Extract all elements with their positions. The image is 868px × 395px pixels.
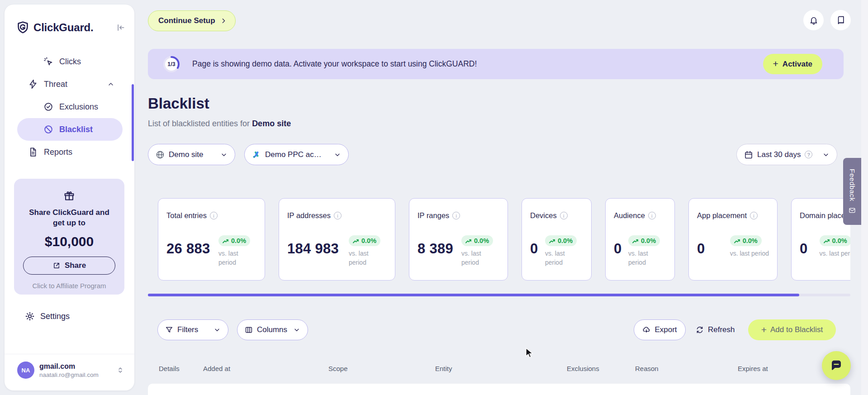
add-to-blacklist-button[interactable]: + Add to Blacklist bbox=[748, 319, 836, 340]
column-header-added-at: Added at bbox=[203, 365, 230, 372]
refresh-label: Refresh bbox=[708, 325, 735, 334]
affiliate-link[interactable]: Click to Affiliate Program bbox=[22, 282, 116, 290]
chevron-down-icon bbox=[293, 326, 300, 333]
affiliate-promo-card: Share ClickGuard and get up to $10,000 S… bbox=[14, 179, 124, 295]
collapse-left-icon bbox=[116, 23, 125, 32]
globe-icon bbox=[156, 150, 165, 159]
knowledge-base-button[interactable] bbox=[830, 10, 851, 30]
account-switcher[interactable]: NA gmail.com naatali.ro@gmail.com bbox=[5, 354, 134, 379]
ban-icon bbox=[43, 124, 53, 134]
collapse-sidebar-button[interactable] bbox=[116, 23, 125, 32]
cursor-click-icon bbox=[43, 57, 53, 67]
stat-card-ip-addresses: IP addressesi 184 983 0.0% vs. last peri… bbox=[279, 198, 395, 281]
stat-value: 184 983 bbox=[287, 242, 339, 267]
trend-caption: vs. last period bbox=[349, 249, 387, 267]
stat-value: 0 bbox=[614, 242, 622, 267]
info-icon[interactable]: i bbox=[452, 212, 460, 219]
filters-button[interactable]: Filters bbox=[157, 319, 228, 340]
notifications-button[interactable] bbox=[803, 10, 824, 30]
trend-caption: vs. last period bbox=[218, 249, 256, 267]
promo-amount: $10,000 bbox=[22, 234, 116, 249]
stat-label: Audience bbox=[614, 211, 645, 220]
stats-scrollbar-thumb[interactable] bbox=[148, 294, 799, 296]
stat-value: 0 bbox=[800, 242, 808, 258]
sidebar-item-exclusions[interactable]: Exclusions bbox=[17, 95, 123, 118]
column-header-entity: Entity bbox=[435, 365, 452, 372]
trend-caption: vs. last period bbox=[628, 249, 666, 267]
filters-label: Filters bbox=[177, 325, 198, 334]
trend-badge: 0.0% bbox=[730, 235, 762, 246]
avatar: NA bbox=[17, 362, 34, 379]
sidebar-item-label: Blacklist bbox=[59, 125, 93, 134]
info-icon[interactable]: i bbox=[210, 212, 218, 219]
setup-progress-ring: 1/3 bbox=[162, 55, 180, 73]
info-icon[interactable]: i bbox=[648, 212, 656, 219]
unfold-icon bbox=[116, 366, 124, 374]
column-header-expires-at: Expires at bbox=[738, 365, 768, 372]
stat-card-app-placement: App placementi 0 0.0% vs. last period bbox=[688, 198, 778, 281]
share-button[interactable]: Share bbox=[23, 257, 115, 275]
clickguard-logo-icon bbox=[16, 21, 29, 34]
stat-card-devices: Devicesi 0 0.0% vs. last period bbox=[522, 198, 592, 281]
export-label: Export bbox=[655, 325, 677, 334]
sidebar-item-blacklist[interactable]: Blacklist bbox=[17, 118, 123, 141]
table-row[interactable]: Sep 2, 2024 79.125.92.128 bbox=[148, 384, 850, 395]
feedback-label: Feedback bbox=[848, 169, 856, 201]
info-icon[interactable]: i bbox=[750, 212, 758, 219]
setup-progress-label: 1/3 bbox=[162, 55, 180, 73]
refresh-icon bbox=[696, 326, 704, 334]
sidebar-item-reports[interactable]: Reports bbox=[17, 141, 123, 163]
info-icon[interactable]: i bbox=[334, 212, 342, 219]
continue-setup-button[interactable]: Continue Setup bbox=[148, 10, 236, 31]
trend-badge: 0.0% bbox=[349, 235, 380, 246]
trend-value: 0.0% bbox=[558, 237, 573, 244]
trend-value: 0.0% bbox=[361, 237, 376, 244]
stat-label: App placement bbox=[697, 211, 747, 220]
share-button-label: Share bbox=[65, 261, 86, 270]
stat-label: Total entries bbox=[166, 211, 207, 220]
sidebar-item-threat[interactable]: Threat bbox=[17, 73, 123, 95]
account-name: gmail.com bbox=[39, 362, 99, 371]
stats-scrollbar-track[interactable] bbox=[148, 294, 850, 296]
stat-label: Devices bbox=[530, 211, 557, 220]
info-icon[interactable]: i bbox=[560, 212, 568, 219]
demo-data-banner: 1/3 Page is showing demo data. Activate … bbox=[148, 49, 844, 79]
trend-caption: vs. last period bbox=[730, 249, 769, 258]
sidebar-item-settings[interactable]: Settings bbox=[25, 311, 70, 321]
activate-button[interactable]: + Activate bbox=[763, 54, 822, 74]
logo[interactable]: ClickGuard. bbox=[16, 21, 125, 34]
activate-label: Activate bbox=[783, 60, 812, 69]
chat-widget-button[interactable] bbox=[822, 351, 851, 380]
sidebar-item-clicks[interactable]: Clicks bbox=[17, 50, 123, 73]
plus-icon: + bbox=[761, 325, 767, 334]
help-icon[interactable]: ? bbox=[805, 151, 812, 158]
browser-scrollbar[interactable] bbox=[861, 0, 868, 395]
feedback-tab[interactable]: Feedback bbox=[843, 158, 861, 225]
refresh-button[interactable]: Refresh bbox=[696, 319, 735, 340]
columns-button[interactable]: Columns bbox=[237, 319, 308, 340]
ppc-account-selector[interactable]: Demo PPC ac… bbox=[244, 144, 349, 165]
page-subtitle-text: List of blacklisted entities for bbox=[148, 119, 250, 128]
funnel-icon bbox=[165, 326, 173, 334]
site-selector[interactable]: Demo site bbox=[148, 144, 235, 165]
ppc-account-value: Demo PPC ac… bbox=[265, 150, 322, 159]
date-range-selector[interactable]: Last 30 days ? bbox=[736, 144, 837, 165]
mouse-cursor bbox=[525, 347, 536, 361]
bell-icon bbox=[809, 16, 818, 25]
app-title: ClickGuard. bbox=[33, 21, 94, 34]
sidebar-item-label: Exclusions bbox=[59, 102, 98, 112]
trend-value: 0.0% bbox=[474, 237, 489, 244]
stats-carousel: Total entriesi 26 883 0.0% vs. last peri… bbox=[148, 198, 850, 281]
export-button[interactable]: Export bbox=[634, 319, 686, 340]
sidebar-scrollbar[interactable] bbox=[132, 84, 134, 161]
account-email: naatali.ro@gmail.com bbox=[39, 371, 99, 378]
add-to-blacklist-label: Add to Blacklist bbox=[770, 325, 823, 334]
chevron-down-icon bbox=[334, 151, 341, 158]
trend-value: 0.0% bbox=[743, 237, 758, 244]
trend-caption: vs. last period bbox=[461, 249, 499, 267]
document-icon bbox=[28, 147, 38, 157]
promo-text: Share ClickGuard and get up to bbox=[25, 208, 114, 228]
chevron-down-icon bbox=[213, 326, 221, 333]
chat-bubble-icon bbox=[830, 359, 843, 372]
trend-badge: 0.0% bbox=[628, 235, 660, 246]
